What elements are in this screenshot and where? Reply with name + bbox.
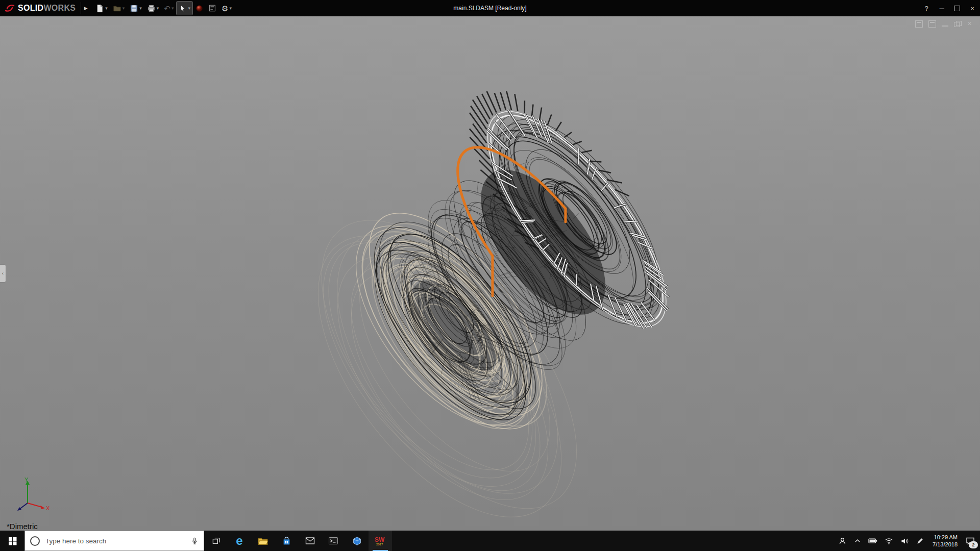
sw-year: 2017 <box>376 543 383 546</box>
taskbar-clock[interactable]: 10:29 AM 7/13/2018 <box>928 531 962 551</box>
feature-panel-collapse-handle[interactable]: ‹ <box>0 264 6 283</box>
notification-badge: 2 <box>969 541 978 548</box>
doc-split-icon[interactable] <box>928 20 936 28</box>
dropdown-caret-icon[interactable]: ▾ <box>122 6 125 11</box>
print-button[interactable]: ▾ <box>145 2 161 15</box>
doc-restore-icon[interactable] <box>954 22 960 27</box>
minimize-button[interactable]: ─ <box>934 0 949 16</box>
search-input[interactable] <box>44 537 186 545</box>
doc-close-icon[interactable]: × <box>966 20 973 27</box>
display-settings-button[interactable] <box>206 2 218 15</box>
taskbar-app-file-explorer[interactable] <box>251 531 275 551</box>
dropdown-caret-icon[interactable]: ▾ <box>188 6 190 11</box>
doc-pane-icon[interactable] <box>915 20 923 28</box>
chevron-up-icon <box>854 537 861 544</box>
view-orientation-label: *Dimetric <box>7 522 38 531</box>
tray-overflow-button[interactable] <box>850 531 865 551</box>
triad-x-label: X <box>46 505 50 511</box>
file-explorer-icon <box>257 536 268 546</box>
windows-taskbar: e SW <box>0 531 980 551</box>
taskbar-app-3d-viewer[interactable] <box>345 531 369 551</box>
doc-minimize-icon[interactable] <box>942 20 948 27</box>
system-tray: 10:29 AM 7/13/2018 2 <box>835 531 980 551</box>
mail-envelope-icon <box>305 537 315 545</box>
taskbar-app-edge[interactable]: e <box>228 531 251 551</box>
gear-icon: ⚙ <box>222 5 228 12</box>
dropdown-caret-icon[interactable]: ▾ <box>172 6 174 11</box>
windows-logo-icon <box>8 537 17 545</box>
save-floppy-icon <box>130 4 138 13</box>
battery-icon <box>868 537 877 544</box>
titlebar: SOLIDWORKS ▶ ▾ ▾ ▾ <box>0 0 980 16</box>
open-folder-icon <box>113 4 121 13</box>
undo-icon: ↶ <box>164 5 170 12</box>
document-window-controls: × <box>915 20 973 28</box>
microphone-icon[interactable] <box>191 537 199 545</box>
undo-button[interactable]: ↶ ▾ <box>162 2 176 15</box>
task-view-icon <box>212 537 220 545</box>
appearance-sphere-icon <box>195 5 203 12</box>
dropdown-caret-icon[interactable]: ▾ <box>157 6 159 11</box>
clock-time: 10:29 AM <box>934 534 958 541</box>
options-button[interactable]: ⚙ ▾ <box>219 2 234 15</box>
solidworks-2017-icon: SW 2017 <box>374 535 386 546</box>
cortana-icon <box>30 536 40 546</box>
appearances-button[interactable] <box>193 2 205 15</box>
display-pane-icon <box>208 4 216 12</box>
graphics-viewport[interactable]: × ‹ Y X *Dimetric <box>0 16 980 531</box>
3d-model-wireframe-view[interactable] <box>0 16 980 531</box>
dropdown-caret-icon[interactable]: ▾ <box>105 6 108 11</box>
maximize-icon <box>954 6 960 11</box>
taskbar-app-store[interactable] <box>275 531 298 551</box>
dassault-logo-icon <box>4 4 15 13</box>
help-button[interactable]: ? <box>919 0 934 16</box>
command-prompt-icon <box>328 536 338 545</box>
taskbar-app-console[interactable] <box>322 531 345 551</box>
close-button[interactable]: × <box>965 0 980 16</box>
window-controls: ? ─ × <box>919 0 980 16</box>
select-tool-button[interactable]: ▾ <box>177 2 192 15</box>
print-icon <box>147 4 156 13</box>
dropdown-caret-icon[interactable]: ▾ <box>229 6 232 11</box>
solidworks-logo: SOLIDWORKS <box>0 4 81 13</box>
brand-text: SOLIDWORKS <box>18 4 76 13</box>
task-view-button[interactable] <box>204 531 228 551</box>
start-button[interactable] <box>0 531 24 551</box>
new-document-button[interactable]: ▾ <box>93 2 110 15</box>
clock-date: 7/13/2018 <box>933 541 958 548</box>
action-center-button[interactable]: 2 <box>962 531 980 551</box>
maximize-button[interactable] <box>949 0 965 16</box>
store-icon <box>282 536 291 546</box>
triad-y-label: Y <box>24 477 29 483</box>
sw-label: SW <box>375 536 385 543</box>
taskbar-app-solidworks[interactable]: SW 2017 <box>369 531 392 551</box>
pen-settings-button[interactable] <box>913 531 928 551</box>
orientation-triad: Y X <box>12 477 52 513</box>
window-title: main.SLDASM [Read-only] <box>453 5 526 12</box>
taskbar-app-mail[interactable] <box>298 531 322 551</box>
taskbar-search[interactable] <box>24 531 204 551</box>
speaker-icon <box>900 537 909 545</box>
new-document-icon <box>95 4 104 13</box>
people-button[interactable] <box>835 531 850 551</box>
edge-icon: e <box>236 535 242 547</box>
quick-access-toolbar: ▾ ▾ ▾ ▾ ↶ ▾ <box>93 2 234 15</box>
open-document-button[interactable]: ▾ <box>111 2 127 15</box>
battery-button[interactable] <box>865 531 881 551</box>
select-cursor-icon <box>179 4 187 13</box>
network-button[interactable] <box>881 531 897 551</box>
3d-cube-icon <box>352 536 362 546</box>
volume-button[interactable] <box>897 531 913 551</box>
wifi-icon <box>885 537 893 545</box>
dropdown-caret-icon[interactable]: ▾ <box>139 6 142 11</box>
save-button[interactable]: ▾ <box>128 2 144 15</box>
menu-expand-arrow-icon[interactable]: ▶ <box>81 2 90 14</box>
pen-icon <box>916 537 924 545</box>
people-icon <box>838 537 847 545</box>
